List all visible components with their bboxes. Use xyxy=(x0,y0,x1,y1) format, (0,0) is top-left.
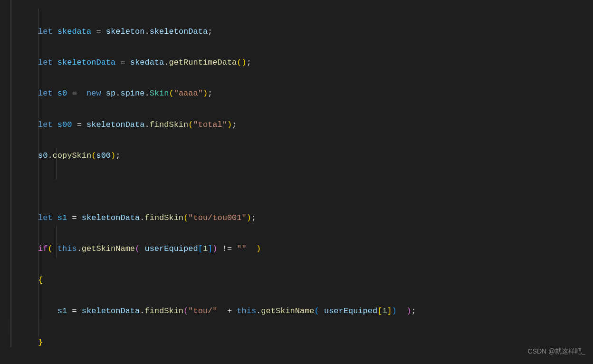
watermark-text: CSDN @就这样吧_ xyxy=(527,344,585,359)
code-line[interactable]: { xyxy=(38,273,430,288)
code-line[interactable]: let s0 = new sp.spine.Skin("aaaa"); xyxy=(38,86,430,102)
code-line[interactable]: let s1 = skeletonData.findSkin("tou/tou0… xyxy=(38,211,430,226)
code-content[interactable]: let skedata = skeleton.skeletonData; let… xyxy=(38,9,430,364)
code-line[interactable]: } xyxy=(38,335,430,351)
code-line[interactable]: let skeletonData = skedata.getRuntimeDat… xyxy=(38,55,430,71)
code-editor[interactable]: let skedata = skeleton.skeletonData; let… xyxy=(0,0,593,364)
code-line[interactable]: s1 = skeletonData.findSkin("tou/" + this… xyxy=(38,304,430,319)
code-line[interactable] xyxy=(38,180,430,195)
gutter-border xyxy=(10,0,11,347)
code-line[interactable]: s0.copySkin(s00); xyxy=(38,148,430,164)
code-line[interactable]: let skedata = skeleton.skeletonData; xyxy=(38,24,430,40)
code-line[interactable]: if( this.getSkinName( userEquiped[1]) !=… xyxy=(38,241,430,257)
code-line[interactable]: let s00 = skeletonData.findSkin("total")… xyxy=(38,117,430,133)
